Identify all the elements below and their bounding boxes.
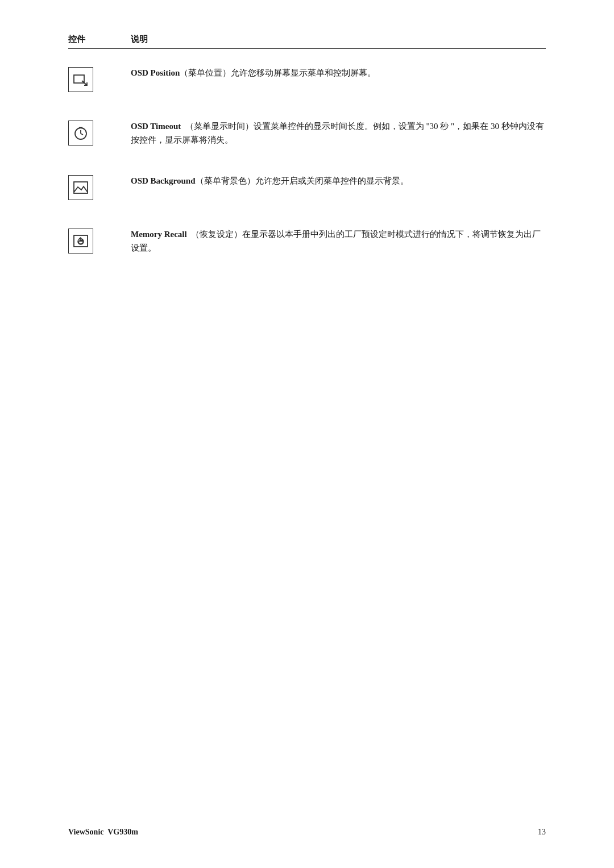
- memory-recall-svg: [73, 233, 89, 249]
- desc-osd-background: OSD Background（菜单背景色）允许您开启或关闭菜单控件的显示背景。: [131, 174, 546, 188]
- footer-model-text: VG930m: [107, 828, 138, 836]
- desc-osd-background-ch-title: （菜单背景色）: [196, 176, 255, 185]
- icon-cell-osd-position: [68, 66, 131, 92]
- icon-cell-memory-recall: [68, 227, 131, 254]
- icon-cell-osd-timeout: [68, 119, 131, 146]
- footer-brand: ViewSonic VG930m: [68, 828, 138, 837]
- osd-background-svg: [73, 180, 89, 196]
- desc-memory-recall: Memory Recall （恢复设定）在显示器以本手册中列出的工厂预设定时模式…: [131, 227, 546, 255]
- osd-position-svg: [73, 72, 89, 88]
- row-memory-recall: Memory Recall （恢复设定）在显示器以本手册中列出的工厂预设定时模式…: [68, 222, 546, 260]
- page: 控件 说明 OSD Position（菜单位置）允许您移动屏幕显示菜单和控制屏幕…: [0, 0, 614, 868]
- header-control-label: 控件: [68, 34, 131, 45]
- desc-osd-position: OSD Position（菜单位置）允许您移动屏幕显示菜单和控制屏幕。: [131, 66, 546, 80]
- table-header: 控件 说明: [68, 34, 546, 49]
- icon-cell-osd-background: [68, 174, 131, 200]
- memory-recall-icon: [68, 229, 93, 254]
- svg-line-4: [81, 134, 83, 135]
- osd-position-icon: [68, 67, 93, 92]
- svg-rect-6: [74, 182, 88, 193]
- desc-memory-recall-ch-title: （恢复设定）: [191, 230, 242, 239]
- desc-memory-recall-bold: Memory Recall: [131, 230, 187, 239]
- desc-osd-background-body: 允许您开启或关闭菜单控件的显示背景。: [255, 176, 409, 185]
- footer-page-number: 13: [538, 828, 546, 837]
- desc-osd-timeout-spaces: [181, 122, 185, 131]
- desc-osd-background-bold: OSD Background: [131, 176, 196, 185]
- footer-brand-name: ViewSonic: [68, 828, 103, 836]
- row-osd-position: OSD Position（菜单位置）允许您移动屏幕显示菜单和控制屏幕。: [68, 60, 546, 98]
- desc-osd-position-ch-title: （菜单位置）: [180, 68, 231, 77]
- osd-timeout-svg: [73, 125, 89, 141]
- desc-osd-position-bold: OSD Position: [131, 68, 180, 77]
- osd-timeout-icon: [68, 121, 93, 146]
- desc-osd-position-body: 允许您移动屏幕显示菜单和控制屏幕。: [231, 68, 376, 77]
- row-osd-timeout: OSD Timeout （菜单显示时间）设置菜单控件的显示时间长度。例如，设置为…: [68, 114, 546, 152]
- osd-background-icon: [68, 175, 93, 200]
- footer: ViewSonic VG930m 13: [68, 828, 546, 837]
- row-osd-background: OSD Background（菜单背景色）允许您开启或关闭菜单控件的显示背景。: [68, 168, 546, 206]
- desc-osd-timeout-bold: OSD Timeout: [131, 122, 181, 131]
- desc-osd-timeout: OSD Timeout （菜单显示时间）设置菜单控件的显示时间长度。例如，设置为…: [131, 119, 546, 147]
- header-desc-label: 说明: [131, 34, 546, 45]
- desc-osd-timeout-ch-title: （菜单显示时间）: [185, 122, 254, 131]
